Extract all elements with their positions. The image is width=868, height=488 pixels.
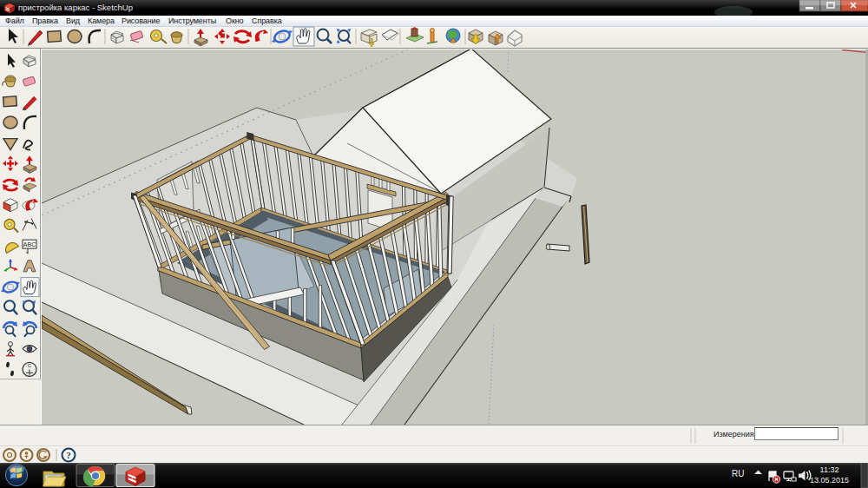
svg-text:?: ?: [66, 450, 71, 460]
svg-text:ABC: ABC: [23, 241, 36, 247]
svg-text:C: C: [28, 363, 32, 368]
